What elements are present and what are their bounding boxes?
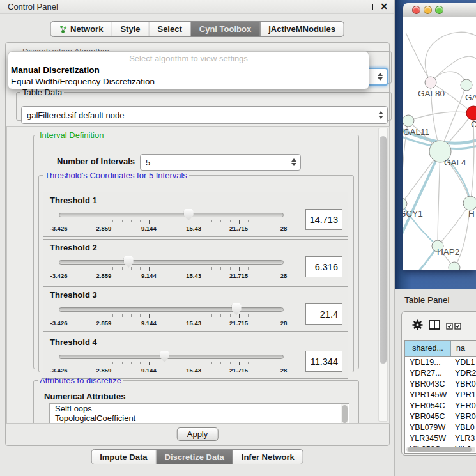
popup-option-manual-discretization[interactable]: Manual Discretization: [11, 65, 100, 75]
cell-name: YER0: [451, 401, 476, 410]
list-scrollbar[interactable]: [341, 404, 348, 424]
threshold-panel-1: Threshold 1 -3.4262.8599.14415.4321.7152…: [43, 192, 348, 237]
close-icon[interactable]: ✕: [380, 1, 388, 12]
checkbox-icon[interactable]: [454, 323, 461, 330]
cell-shared-name: YBR043C: [405, 380, 451, 388]
table-header-row: shared... na: [405, 341, 476, 357]
node-partial-top-right[interactable]: [461, 79, 472, 91]
checkbox-icon[interactable]: [446, 323, 453, 330]
slider-ticks: [59, 362, 284, 366]
network-canvas[interactable]: GAL80 GA C GAL11 GAL4 GCY1 H HAP2: [403, 17, 476, 270]
attributes-group-title: Attributes to discretize: [38, 376, 123, 385]
scale-label: 21.715: [229, 225, 248, 232]
apply-button[interactable]: Apply: [177, 427, 219, 441]
float-window-icon[interactable]: [367, 4, 373, 10]
node-gal80[interactable]: [425, 77, 436, 88]
slider-thumb-icon[interactable]: [124, 256, 134, 268]
combobox-stepper-icon: [378, 111, 383, 119]
minimize-traffic-light-icon[interactable]: [424, 6, 432, 14]
slider-track[interactable]: [59, 213, 284, 217]
scale-label: 9.144: [141, 367, 157, 374]
popup-option-equal-width-frequency[interactable]: Equal Width/Frequency Discretization: [11, 77, 155, 86]
node-gcy1[interactable]: [403, 198, 407, 210]
slider-scale-labels: -3.4262.8599.14415.4321.71528: [59, 367, 284, 374]
horizontal-scrollbar[interactable]: [406, 447, 475, 452]
table-row[interactable]: YBR043CYBR0: [405, 378, 476, 389]
threshold-slider[interactable]: -3.4262.8599.14415.4321.71528: [52, 303, 290, 330]
node-red-selected[interactable]: [466, 106, 476, 120]
scrollbar-thumb[interactable]: [380, 136, 387, 364]
threshold-value-field[interactable]: 14.713: [305, 209, 342, 230]
node-gal11[interactable]: [403, 115, 414, 127]
cell-shared-name: YPR145W: [405, 390, 451, 399]
zoom-traffic-light-icon[interactable]: [435, 6, 443, 14]
node-label-gal4: GAL4: [444, 158, 466, 167]
control-panel-titlebar: Control Panel ✕: [0, 0, 394, 14]
threshold-slider[interactable]: -3.4262.8599.14415.4321.71528: [52, 209, 290, 236]
threshold-value-field[interactable]: 11.344: [305, 351, 342, 372]
table-rows: YDL19...YDL1YDR27...YDR2YBR043CYBR0YPR14…: [405, 357, 476, 447]
scale-label: -3.426: [50, 225, 68, 232]
threshold-coordinates-group: Threshold's Coordinates for 5 Intervals …: [38, 171, 354, 372]
column-header-shared-name[interactable]: shared...: [405, 341, 451, 356]
slider-scale-labels: -3.4262.8599.14415.4321.71528: [59, 272, 284, 280]
scale-label: 15.43: [186, 367, 201, 374]
threshold-slider[interactable]: -3.4262.8599.14415.4321.71528: [52, 256, 290, 283]
threshold-value-field[interactable]: 21.4: [305, 303, 342, 325]
scale-label: 28: [280, 319, 288, 326]
slider-thumb-icon[interactable]: [232, 303, 242, 315]
attribute-item-selfloops[interactable]: SelfLoops: [50, 404, 349, 413]
tab-impute-data[interactable]: Impute Data: [91, 450, 156, 464]
scale-label: 2.859: [96, 225, 112, 232]
slider-thumb-icon[interactable]: [184, 209, 194, 220]
threshold-label: Threshold 1: [50, 196, 97, 205]
scale-label: -3.426: [50, 272, 68, 279]
scale-label: 2.859: [96, 319, 112, 326]
node-label-hap2: HAP2: [437, 247, 459, 257]
threshold-slider[interactable]: -3.4262.8599.14415.4321.71528: [52, 351, 290, 378]
tab-cyni-toolbox[interactable]: Cyni Toolbox: [191, 22, 260, 36]
numerical-attributes-label: Numerical Attributes: [44, 392, 125, 401]
threshold-value-field[interactable]: 6.316: [305, 256, 342, 277]
slider-ticks: [59, 220, 284, 224]
attribute-item-topologicalcoefficient[interactable]: TopologicalCoefficient: [50, 413, 349, 423]
scale-label: 28: [280, 225, 288, 232]
table-data-combobox-value: galFiltered.sif default node: [27, 111, 124, 120]
tab-label: jActiveMNodules: [268, 24, 335, 34]
numerical-attributes-list[interactable]: SelfLoopsTopologicalCoefficientBetweenne…: [49, 403, 349, 424]
tab-style[interactable]: Style: [112, 22, 149, 36]
column-layout-icon[interactable]: [429, 320, 440, 330]
slider-ticks: [59, 314, 284, 319]
slider-track[interactable]: [59, 355, 284, 359]
tab-discretize-data[interactable]: Discretize Data: [157, 450, 233, 464]
column-header-name[interactable]: na: [451, 341, 476, 356]
table-row[interactable]: YDL19...YDL1: [405, 357, 476, 367]
table-row[interactable]: YER054CYER0: [405, 400, 476, 411]
close-traffic-light-icon[interactable]: [412, 6, 420, 14]
node-h[interactable]: [463, 196, 476, 210]
scale-label: 21.715: [229, 319, 248, 326]
table-row[interactable]: YDR27...YDR2: [405, 367, 476, 378]
num-intervals-combobox[interactable]: 5: [140, 154, 301, 171]
scale-label: -3.426: [50, 319, 68, 326]
table-row[interactable]: YLR345WYLR3: [405, 433, 476, 443]
slider-track[interactable]: [59, 307, 284, 312]
slider-thumb-icon[interactable]: [160, 351, 169, 362]
tab-infer-network[interactable]: Infer Network: [233, 450, 303, 464]
gear-icon[interactable]: [411, 319, 424, 331]
scrollbar-thumb[interactable]: [408, 447, 472, 452]
table-row[interactable]: YPR145WYPR1: [405, 389, 476, 400]
node-attribute-table: shared... na YDL19...YDL1YDR27...YDR2YBR…: [404, 340, 476, 454]
table-row[interactable]: YBR045CYBR0: [405, 411, 476, 422]
table-data-group: Table Data galFiltered.sif default node: [16, 88, 392, 121]
slider-track[interactable]: [59, 260, 284, 265]
tab-select[interactable]: Select: [149, 22, 190, 36]
tab-jactivemnodules[interactable]: jActiveMNodules: [260, 22, 344, 36]
table-data-combobox[interactable]: galFiltered.sif default node: [21, 106, 388, 124]
settings-scroll-pane: Interval Definition Number of Intervals …: [6, 126, 390, 424]
network-window-titlebar: [403, 3, 476, 17]
cell-name: YPR1: [451, 390, 476, 399]
table-row[interactable]: YBL079WYBL0: [405, 422, 476, 433]
tab-network[interactable]: Network: [50, 22, 112, 36]
settings-scrollbar[interactable]: [378, 128, 388, 422]
